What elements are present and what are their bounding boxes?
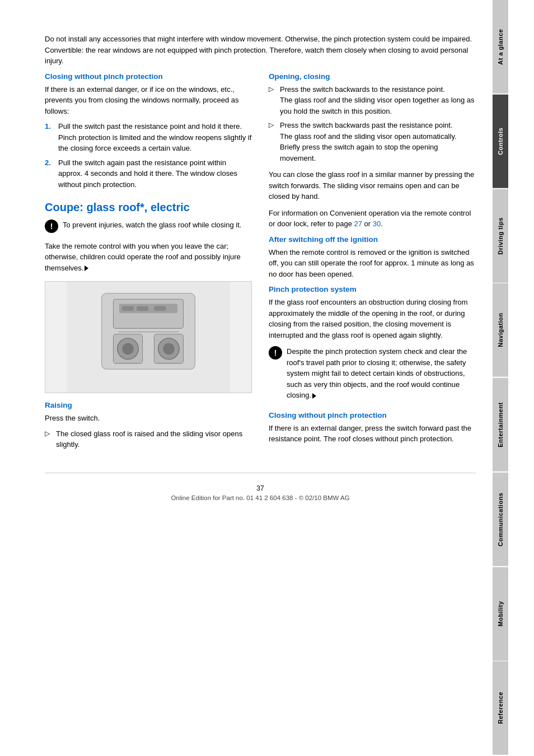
opening-bullet-1: ▷ Press the switch backwards to the resi…	[269, 84, 476, 117]
pinch-warning-box: ! Despite the pinch protection system ch…	[269, 346, 476, 405]
sidebar-tab-at-a-glance[interactable]: At a glance	[493, 0, 508, 94]
closing-without-pinch-heading: Closing without pinch protection	[45, 72, 252, 81]
closing-without-pinch-right-heading: Closing without pinch protection	[269, 411, 476, 419]
pinch-protection-heading: Pinch protection system	[269, 285, 476, 293]
svg-rect-5	[137, 306, 148, 311]
sidebar: At a glance Controls Driving tips Naviga…	[493, 0, 508, 756]
step-1: 1. Pull the switch past the resistance p…	[45, 121, 252, 154]
sidebar-tab-entertainment[interactable]: Entertainment	[493, 378, 508, 472]
raising-bullets: ▷ The closed glass roof is raised and th…	[45, 428, 252, 450]
closing-paragraph: You can close the glass roof in a simila…	[269, 169, 476, 202]
closing-steps-list: 1. Pull the switch past the resistance p…	[45, 121, 252, 190]
left-column: Closing without pinch protection If ther…	[45, 72, 252, 456]
bullet-arrow-1: ▷	[269, 84, 278, 117]
closing-without-pinch-section: Closing without pinch protection If ther…	[45, 72, 252, 190]
sidebar-tab-mobility[interactable]: Mobility	[493, 567, 508, 661]
after-ignition-section: After switching off the ignition When th…	[269, 235, 476, 280]
end-marker	[85, 265, 88, 271]
opening-closing-heading: Opening, closing	[269, 72, 476, 81]
sidebar-tab-navigation[interactable]: Navigation	[493, 283, 508, 377]
svg-point-10	[122, 343, 134, 354]
pinch-protection-section: Pinch protection system If the glass roo…	[269, 285, 476, 340]
footer: 37 Online Edition for Part no. 01 41 2 6…	[45, 473, 476, 507]
chapter-heading: Coupe: glass roof*, electric	[45, 201, 252, 214]
pinch-warning-icon: !	[269, 346, 282, 360]
warning-paragraph-2: Take the remote control with you when yo…	[45, 241, 252, 274]
raising-bullet-1: ▷ The closed glass roof is raised and th…	[45, 428, 252, 450]
end-marker-2	[312, 393, 316, 399]
after-ignition-heading: After switching off the ignition	[269, 235, 476, 244]
svg-rect-6	[154, 306, 166, 311]
convenient-paragraph: For information on Convenient operation …	[269, 208, 476, 230]
opening-closing-section: Opening, closing ▷ Press the switch back…	[269, 72, 476, 164]
page-ref-30[interactable]: 30	[373, 220, 381, 228]
opening-bullet-2: ▷ Press the switch backwards past the re…	[269, 120, 476, 164]
step-2: 2. Pull the switch again past the resist…	[45, 157, 252, 190]
svg-point-12	[163, 343, 175, 354]
warning-box-1: ! To prevent injuries, watch the glass r…	[45, 220, 252, 235]
closing-without-pinch-right-section: Closing without pinch protection If ther…	[269, 411, 476, 445]
svg-rect-2	[113, 299, 183, 328]
sidebar-tab-driving-tips[interactable]: Driving tips	[493, 189, 508, 283]
copyright-text: Online Edition for Part no. 01 41 2 604 …	[45, 494, 476, 501]
raising-heading: Raising	[45, 401, 252, 409]
svg-rect-4	[122, 306, 134, 311]
car-interior-image	[45, 281, 252, 393]
page-ref-27[interactable]: 27	[354, 220, 362, 228]
raising-section: Raising Press the switch. ▷ The closed g…	[45, 401, 252, 450]
bullet-arrow-2: ▷	[269, 120, 278, 164]
bullet-arrow: ▷	[45, 428, 54, 450]
sidebar-tab-reference[interactable]: Reference	[493, 661, 508, 755]
right-column: Opening, closing ▷ Press the switch back…	[269, 72, 476, 456]
page-number: 37	[45, 484, 476, 492]
opening-closing-bullets: ▷ Press the switch backwards to the resi…	[269, 84, 476, 164]
sidebar-tab-controls[interactable]: Controls	[493, 95, 508, 188]
car-interior-svg	[45, 282, 251, 393]
warning-icon-1: !	[45, 220, 58, 233]
intro-paragraph: Do not install any accessories that migh…	[45, 34, 476, 67]
sidebar-tab-communications[interactable]: Communications	[493, 473, 508, 566]
